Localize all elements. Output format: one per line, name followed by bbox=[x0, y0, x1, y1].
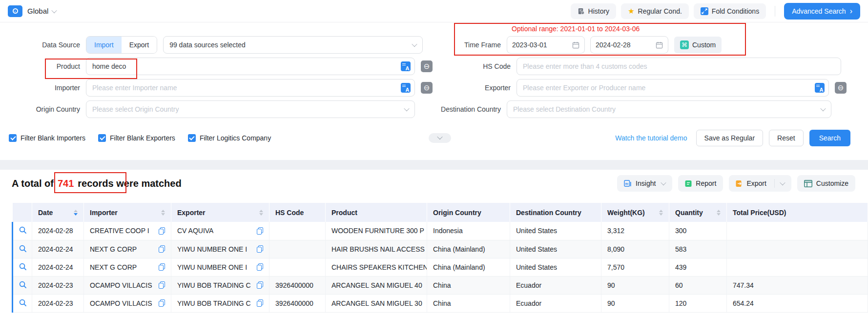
importer-name[interactable]: CREATIVE COOP I bbox=[90, 227, 149, 235]
time-frame-label: Time Frame bbox=[423, 41, 501, 49]
importer-name[interactable]: OCAMPO VILLACIS bbox=[90, 281, 152, 289]
cell-exporter: YIWU BOB TRADING C bbox=[171, 294, 269, 312]
fold-conditions-button[interactable]: Fold Conditions bbox=[694, 3, 766, 19]
copy-icon[interactable] bbox=[257, 263, 263, 271]
row-detail-button[interactable] bbox=[13, 240, 32, 258]
cell-exporter: YIWU BOB TRADING C bbox=[171, 276, 269, 294]
product-input[interactable] bbox=[86, 58, 415, 75]
header-importer[interactable]: Importer bbox=[84, 203, 171, 222]
header-date[interactable]: Date bbox=[32, 203, 84, 222]
cell-importer: OCAMPO VILLACIS bbox=[84, 276, 171, 294]
regular-cond-button[interactable]: ★ Regular Cond. bbox=[621, 3, 689, 19]
report-button[interactable]: Report bbox=[678, 175, 723, 192]
export-tab[interactable]: Export bbox=[122, 37, 157, 53]
region-label: Global bbox=[27, 7, 48, 15]
cell-weight: 3,312 bbox=[601, 222, 669, 240]
insight-button[interactable]: BI Insight bbox=[617, 175, 672, 192]
sort-icon bbox=[74, 210, 78, 216]
cell-product: CHAIRS SPEAKERS KITCHEN bbox=[326, 258, 427, 276]
export-button[interactable]: Export bbox=[729, 175, 791, 192]
filter-logistics-company-checkbox[interactable]: Filter Logitics Company bbox=[188, 134, 271, 142]
reset-button[interactable]: Reset bbox=[769, 130, 804, 146]
sort-icon bbox=[717, 210, 721, 216]
end-date-input[interactable]: 2024-02-28 bbox=[590, 36, 668, 54]
exact-match-icon[interactable]: ⊖ bbox=[421, 60, 433, 72]
copy-icon[interactable] bbox=[159, 263, 165, 271]
exact-match-icon[interactable]: ⊖ bbox=[421, 82, 433, 94]
importer-input[interactable] bbox=[86, 79, 415, 97]
cell-total-price: 654.24 bbox=[727, 294, 868, 312]
translate-icon[interactable]: A bbox=[401, 61, 411, 71]
history-button[interactable]: History bbox=[571, 3, 617, 19]
save-as-regular-button[interactable]: Save as Regular bbox=[696, 130, 764, 146]
custom-range-button[interactable]: ⌘ Custom bbox=[674, 37, 722, 53]
magnifier-icon bbox=[19, 298, 27, 307]
cell-hs-code bbox=[269, 240, 326, 258]
translate-icon[interactable]: A bbox=[815, 83, 825, 93]
filter-blank-importers-checkbox[interactable]: Filter Blank Importers bbox=[9, 134, 85, 142]
cell-hs-code: 3926400000 bbox=[269, 276, 326, 294]
translate-icon[interactable]: A bbox=[401, 83, 411, 93]
copy-icon[interactable] bbox=[257, 281, 263, 289]
copy-icon[interactable] bbox=[159, 299, 165, 307]
copy-icon[interactable] bbox=[159, 227, 165, 235]
collapse-form-button[interactable] bbox=[429, 133, 451, 143]
copy-icon[interactable] bbox=[159, 281, 165, 289]
importer-name[interactable]: NEXT G CORP bbox=[90, 245, 137, 253]
cell-importer: NEXT G CORP bbox=[84, 240, 171, 258]
header-quantity[interactable]: Quantity bbox=[669, 203, 727, 222]
row-detail-button[interactable] bbox=[13, 258, 32, 276]
header-weight[interactable]: Weight(KG) bbox=[601, 203, 669, 222]
exact-match-icon[interactable]: ⊖ bbox=[835, 82, 847, 94]
customize-button[interactable]: Customize bbox=[797, 175, 855, 192]
hs-code-input[interactable] bbox=[517, 58, 841, 75]
advanced-search-button[interactable]: Advanced Search › bbox=[784, 3, 860, 20]
header-exporter[interactable]: Exporter bbox=[171, 203, 269, 222]
cell-importer: OCAMPO VILLACIS bbox=[84, 294, 171, 312]
destination-country-select[interactable]: Please select Destination Country bbox=[507, 100, 831, 118]
exporter-name[interactable]: CV AQUIVA bbox=[177, 227, 213, 235]
exporter-name[interactable]: YIWU NUMBER ONE I bbox=[177, 245, 247, 253]
copy-icon[interactable] bbox=[257, 299, 263, 307]
magnifier-icon bbox=[19, 262, 27, 271]
tutorial-demo-link[interactable]: Watch the tutorial demo bbox=[615, 134, 687, 142]
copy-icon[interactable] bbox=[159, 245, 165, 253]
chevron-down-icon bbox=[661, 180, 666, 185]
exporter-input[interactable] bbox=[517, 79, 829, 97]
copy-icon[interactable] bbox=[257, 227, 263, 235]
chevron-down-icon bbox=[780, 180, 785, 185]
customize-grid-icon bbox=[804, 180, 812, 187]
importer-name[interactable]: OCAMPO VILLACIS bbox=[90, 299, 152, 307]
cell-importer: NEXT G CORP bbox=[84, 258, 171, 276]
search-form: Optional range: 2021-01-01 to 2024-03-06… bbox=[0, 22, 868, 160]
data-sources-select[interactable]: 99 data sources selected bbox=[163, 36, 423, 54]
row-detail-button[interactable] bbox=[13, 294, 32, 312]
hs-code-input-wrap bbox=[517, 58, 841, 75]
magnifier-icon bbox=[19, 226, 27, 234]
region-selector[interactable]: Global bbox=[27, 7, 56, 15]
row-detail-button[interactable] bbox=[13, 276, 32, 294]
importer-input-wrap: A bbox=[86, 79, 415, 97]
chevron-right-icon: › bbox=[850, 7, 852, 15]
exporter-name[interactable]: YIWU NUMBER ONE I bbox=[177, 263, 247, 271]
header-detail-col bbox=[13, 203, 32, 222]
command-icon: ⌘ bbox=[680, 40, 689, 49]
chevron-down-icon bbox=[412, 41, 417, 47]
cell-product: WOODEN FURNITURE 300 P bbox=[326, 222, 427, 240]
search-button[interactable]: Search bbox=[809, 130, 850, 146]
cell-date: 2024-02-24 bbox=[32, 240, 84, 258]
filter-blank-exporters-checkbox[interactable]: Filter Blank Exporters bbox=[98, 134, 175, 142]
start-date-input[interactable]: 2023-03-01 bbox=[507, 36, 585, 54]
importer-name[interactable]: NEXT G CORP bbox=[90, 263, 137, 271]
svg-text:BI: BI bbox=[625, 182, 628, 185]
row-detail-button[interactable] bbox=[13, 222, 32, 240]
exporter-name[interactable]: YIWU BOB TRADING C bbox=[177, 281, 251, 289]
data-source-toggle: Import Export bbox=[86, 36, 157, 54]
import-tab[interactable]: Import bbox=[86, 37, 122, 53]
header-product: Product bbox=[326, 203, 427, 222]
origin-country-select[interactable]: Please select Origin Country bbox=[86, 100, 415, 118]
table-row: 2024-02-28 CREATIVE COOP I CV AQUIVA WOO… bbox=[13, 222, 868, 240]
copy-icon[interactable] bbox=[257, 245, 263, 253]
exporter-name[interactable]: YIWU BOB TRADING C bbox=[177, 299, 251, 307]
cell-weight: 90 bbox=[601, 294, 669, 312]
